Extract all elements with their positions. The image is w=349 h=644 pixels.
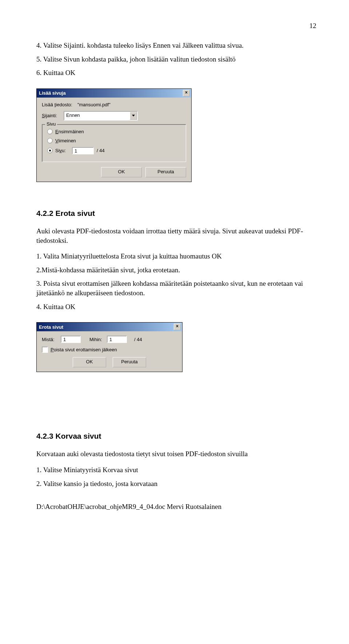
sec3-para: Korvataan auki olevasta tiedostosta tiet… [36,449,316,459]
dialog-title: Erota sivut [39,324,63,330]
to-label: Mihin: [89,337,105,342]
page-number-input[interactable]: 1 [72,147,94,154]
intro-line-4: 4. Valitse Sijainti. kohdasta tuleeko li… [36,41,316,50]
sec3-step2: 2. Valitse kansio ja tiedosto, josta kor… [36,479,316,489]
sec2-step1: 1. Valita Miniatyyriluettelosta Erota si… [36,252,316,261]
sec2-step4: 4. Kuittaa OK [36,302,316,312]
close-icon[interactable]: × [183,90,190,96]
radio-first-label: Ensimmäinen [55,129,84,134]
radio-last-label: Viimeinen [55,138,76,143]
sec2-para: Auki olevasta PDF-tiedostosta voidaan ir… [36,226,316,245]
radio-page[interactable]: Sivu: 1 / 44 [47,147,181,154]
checkbox-icon [42,347,48,353]
cancel-button[interactable]: Peruuta [113,357,146,367]
section-4-2-2-head: 4.2.2 Erota sivut [36,209,316,218]
sec2-step3: 3. Poista sivut erottamisen jälkeen kohd… [36,279,316,297]
location-label: Sijainti: [42,113,61,118]
radio-icon [47,129,53,134]
page-group-legend: Sivu [45,121,57,127]
insert-file-label: Lisää tiedosto: [42,102,72,107]
radio-first[interactable]: Ensimmäinen [47,129,181,134]
radio-last[interactable]: Viimeinen [47,138,181,143]
delete-after-extract-checkbox[interactable]: Poista sivut erottamisen jälkeen [42,347,177,353]
sec2-step2: 2.Mistä-kohdassa määritetään sivut, jotk… [36,265,316,275]
radio-page-label: Sivu: [55,148,72,153]
to-input[interactable]: 1 [107,336,127,343]
intro-line-6: 6. Kuittaa OK [36,68,316,78]
page-number: 12 [36,22,316,30]
dialog-title: Lisää sivuja [39,90,66,96]
page-total: / 44 [97,148,105,153]
radio-icon [47,148,53,153]
checkbox-label: Poista sivut erottamisen jälkeen [51,347,117,352]
from-input[interactable]: 1 [61,336,81,343]
insert-pages-dialog: Lisää sivuja × Lisää tiedosto: "mansuomi… [36,88,192,182]
dialog-titlebar: Lisää sivuja × [37,89,191,98]
extract-pages-dialog: Erota sivut × Mistä: 1 Mihin: 1 / 44 Poi… [36,322,182,372]
from-label: Mistä: [42,337,59,342]
insert-file-value: "mansuomi.pdf" [77,102,111,107]
sec3-step1: 1. Valitse Miniatyyristä Korvaa sivut [36,465,316,475]
intro-line-5: 5. Valitse Sivun kohdasta paikka, johon … [36,55,316,64]
ok-button[interactable]: OK [101,167,142,177]
page-group: Sivu Ensimmäinen Viimeinen Sivu: 1 / 44 [42,124,186,162]
location-select[interactable]: Ennen [64,111,138,120]
chevron-down-icon[interactable] [130,112,137,120]
radio-icon [47,138,53,143]
footer-path: D:\AcrobatOHJE\acrobat_ohjeMR9_4_04.doc … [36,503,316,511]
svg-marker-0 [132,115,135,116]
close-icon[interactable]: × [174,324,181,330]
cancel-button[interactable]: Peruuta [145,167,186,177]
ok-button[interactable]: OK [73,357,106,367]
dialog-titlebar: Erota sivut × [37,323,182,331]
location-value: Ennen [64,112,130,120]
page-total: / 44 [134,337,142,342]
section-4-2-3-head: 4.2.3 Korvaa sivut [36,432,316,440]
